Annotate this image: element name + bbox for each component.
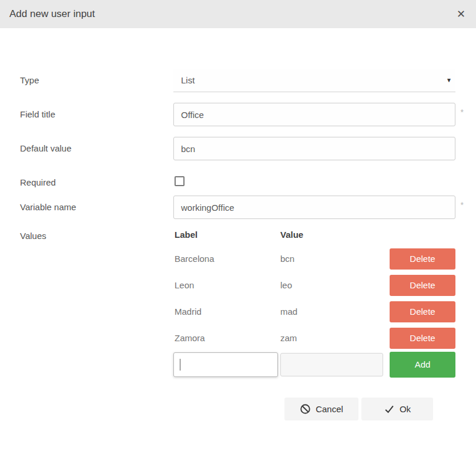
values-table: Label Value Barcelona bcn Delete Leon le… (173, 230, 455, 378)
row-label-cell: Leon (173, 280, 280, 290)
close-icon[interactable]: ✕ (457, 9, 465, 19)
add-value-row: Add (173, 351, 455, 378)
field-title-row: Field title * (20, 103, 455, 126)
cancel-button-label: Cancel (316, 404, 343, 414)
ok-button[interactable]: Ok (361, 398, 433, 420)
column-header-value: Value (280, 230, 388, 240)
cancel-button[interactable]: Cancel (284, 398, 358, 420)
delete-button[interactable]: Delete (390, 275, 455, 296)
default-value-row: Default value (20, 137, 455, 160)
row-value-cell: bcn (280, 254, 388, 264)
row-value-cell: mad (280, 307, 388, 317)
required-label: Required (20, 171, 173, 189)
add-user-input-dialog: Add new user input ✕ Type List ▼ Field t… (0, 0, 476, 451)
type-label: Type (20, 69, 173, 92)
table-row: Leon leo Delete (173, 272, 455, 298)
default-value-input[interactable] (173, 137, 455, 160)
dialog-title: Add new user input (9, 8, 95, 20)
required-asterisk: * (461, 107, 464, 117)
dialog-body: Type List ▼ Field title * Default value (0, 28, 476, 420)
default-value-label: Default value (20, 137, 173, 160)
row-label-cell: Barcelona (173, 254, 280, 264)
row-value-cell: leo (280, 280, 388, 290)
variable-name-row: Variable name * (20, 196, 455, 219)
variable-name-label: Variable name (20, 196, 173, 219)
new-value-input[interactable] (280, 353, 383, 376)
variable-name-input[interactable] (173, 196, 455, 219)
text-cursor (180, 359, 180, 371)
type-row: Type List ▼ (20, 69, 455, 92)
delete-button[interactable]: Delete (390, 328, 455, 349)
table-row: Madrid mad Delete (173, 298, 455, 325)
chevron-down-icon: ▼ (446, 77, 452, 83)
required-checkbox[interactable] (175, 176, 185, 186)
type-select[interactable]: List ▼ (173, 69, 455, 92)
field-title-input[interactable] (173, 103, 455, 126)
values-row: Values Label Value Barcelona bcn Delete … (20, 230, 455, 378)
dialog-header: Add new user input ✕ (0, 0, 476, 28)
delete-button[interactable]: Delete (390, 301, 455, 322)
values-label: Values (20, 230, 173, 378)
cancel-ban-icon (300, 403, 311, 415)
row-value-cell: zam (280, 333, 388, 343)
required-asterisk: * (461, 200, 464, 210)
row-label-cell: Zamora (173, 333, 280, 343)
dialog-footer: Cancel Ok (20, 378, 455, 420)
table-row: Zamora zam Delete (173, 325, 455, 351)
field-title-label: Field title (20, 103, 173, 126)
column-header-label: Label (173, 230, 280, 240)
required-row: Required (20, 171, 455, 189)
values-table-header: Label Value (173, 230, 455, 245)
type-select-value: List (181, 75, 195, 85)
new-label-input[interactable] (173, 352, 278, 377)
table-row: Barcelona bcn Delete (173, 245, 455, 272)
ok-button-label: Ok (400, 404, 411, 414)
add-button[interactable]: Add (390, 352, 455, 378)
row-label-cell: Madrid (173, 307, 280, 317)
delete-button[interactable]: Delete (390, 248, 455, 270)
check-icon (384, 403, 395, 415)
